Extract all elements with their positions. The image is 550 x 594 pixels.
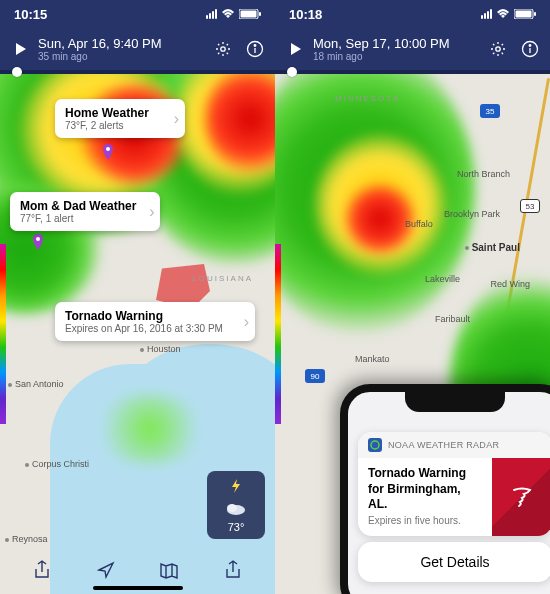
callout-title: Tornado Warning: [65, 309, 231, 323]
svg-point-11: [227, 504, 237, 512]
settings-icon[interactable]: [486, 37, 510, 61]
svg-rect-20: [368, 438, 382, 452]
share-icon[interactable]: [221, 558, 245, 582]
wifi-icon: [496, 7, 510, 22]
chevron-right-icon: ›: [244, 313, 249, 331]
status-time: 10:18: [289, 7, 322, 22]
highway-shield: 53: [520, 199, 540, 213]
signal-icon: [481, 9, 492, 19]
callout-title: Home Weather: [65, 106, 161, 120]
svg-marker-3: [16, 43, 26, 55]
city-label: Faribault: [435, 314, 470, 324]
notification-app-name: NOAA WEATHER RADAR: [388, 440, 499, 450]
right-screenshot: 10:18 Mon, Sep 17, 10:00 PM 18 min ago S…: [275, 0, 550, 594]
svg-rect-14: [534, 12, 536, 16]
status-bar: 10:15: [0, 0, 275, 28]
intensity-legend: [0, 244, 6, 424]
timestamp-sub: 35 min ago: [38, 51, 211, 62]
svg-rect-1: [241, 10, 257, 17]
lightning-icon: [227, 477, 245, 497]
callout-sub: 73°F, 2 alerts: [65, 120, 161, 131]
phone-frame: NOAA WEATHER RADAR Tornado Warning for B…: [340, 384, 550, 594]
timeline-knob[interactable]: [287, 67, 297, 77]
info-icon[interactable]: [518, 37, 542, 61]
svg-point-9: [36, 237, 40, 241]
interstate-shield: 35: [480, 104, 500, 118]
notification-header: NOAA WEATHER RADAR: [358, 432, 550, 458]
play-button[interactable]: [283, 36, 309, 62]
layers-icon[interactable]: [157, 558, 181, 582]
left-screenshot: 10:15 Sun, Apr 16, 9:40 PM 35 min ago: [0, 0, 275, 594]
settings-icon[interactable]: [211, 37, 235, 61]
state-label: LOUISIANA: [192, 274, 253, 283]
phone-notch: [405, 392, 505, 412]
tornado-icon: [492, 458, 550, 536]
state-label: MINNESOTA: [335, 94, 400, 103]
timeline-scrubber[interactable]: [0, 70, 275, 74]
city-label: Brooklyn Park: [444, 209, 500, 219]
svg-point-4: [221, 47, 225, 51]
timestamp-sub: 18 min ago: [313, 51, 486, 62]
radar-map[interactable]: Houston San Antonio Corpus Christi Reyno…: [0, 74, 275, 594]
cloud-icon: [225, 501, 247, 517]
map-pin-icon[interactable]: [100, 144, 116, 160]
home-indicator: [93, 586, 183, 590]
notification-subtitle: Expires in five hours.: [368, 515, 482, 526]
timestamp-display[interactable]: Mon, Sep 17, 10:00 PM 18 min ago: [309, 36, 486, 62]
current-conditions-box[interactable]: 73°: [207, 471, 265, 539]
city-label: Mankato: [355, 354, 390, 364]
app-icon: [368, 438, 382, 452]
svg-point-16: [496, 47, 500, 51]
city-label: Buffalo: [405, 219, 433, 229]
play-button[interactable]: [8, 36, 34, 62]
chevron-right-icon: ›: [174, 110, 179, 128]
city-label: Lakeville: [425, 274, 460, 284]
map-pin-icon[interactable]: [30, 234, 46, 250]
svg-marker-15: [291, 43, 301, 55]
intensity-legend: [275, 244, 281, 424]
precip-lightgreen: [90, 394, 210, 464]
battery-icon: [239, 7, 261, 22]
share-icon[interactable]: [30, 558, 54, 582]
callout-sub: 77°F, 1 alert: [20, 213, 136, 224]
notification-body: Tornado Warning for Birmingham, AL. Expi…: [358, 458, 550, 536]
city-label: North Branch: [457, 169, 510, 179]
interstate-shield: 90: [305, 369, 325, 383]
notification-phone-mock: NOAA WEATHER RADAR Tornado Warning for B…: [340, 384, 550, 594]
home-weather-callout[interactable]: Home Weather 73°F, 2 alerts ›: [55, 99, 185, 138]
city-label: Corpus Christi: [25, 459, 89, 469]
location-icon[interactable]: [94, 558, 118, 582]
svg-rect-13: [516, 10, 532, 17]
status-right: [481, 7, 536, 22]
timeline-scrubber[interactable]: [275, 70, 550, 74]
tornado-warning-callout[interactable]: Tornado Warning Expires on Apr 16, 2016 …: [55, 302, 255, 341]
callout-title: Mom & Dad Weather: [20, 199, 136, 213]
top-toolbar: Sun, Apr 16, 9:40 PM 35 min ago: [0, 28, 275, 70]
city-label: Houston: [140, 344, 181, 354]
temperature-value: 73°: [228, 521, 245, 533]
timeline-knob[interactable]: [12, 67, 22, 77]
status-time: 10:15: [14, 7, 47, 22]
svg-rect-2: [259, 12, 261, 16]
city-label: Saint Paul: [465, 242, 520, 253]
callout-sub: Expires on Apr 16, 2016 at 3:30 PM: [65, 323, 231, 334]
city-label: Reynosa: [5, 534, 48, 544]
svg-point-8: [106, 147, 110, 151]
signal-icon: [206, 9, 217, 19]
battery-icon: [514, 7, 536, 22]
info-icon[interactable]: [243, 37, 267, 61]
wifi-icon: [221, 7, 235, 22]
svg-point-7: [254, 45, 256, 47]
timestamp-title: Mon, Sep 17, 10:00 PM: [313, 36, 486, 51]
parents-weather-callout[interactable]: Mom & Dad Weather 77°F, 1 alert ›: [10, 192, 160, 231]
timestamp-display[interactable]: Sun, Apr 16, 9:40 PM 35 min ago: [34, 36, 211, 62]
chevron-right-icon: ›: [149, 203, 154, 221]
city-label: San Antonio: [8, 379, 64, 389]
timestamp-title: Sun, Apr 16, 9:40 PM: [38, 36, 211, 51]
notification-title: Tornado Warning for Birmingham, AL.: [368, 466, 482, 513]
svg-point-19: [529, 45, 531, 47]
get-details-button[interactable]: Get Details: [358, 542, 550, 582]
top-toolbar: Mon, Sep 17, 10:00 PM 18 min ago: [275, 28, 550, 70]
notification-card[interactable]: NOAA WEATHER RADAR Tornado Warning for B…: [358, 432, 550, 536]
city-label: Red Wing: [490, 279, 530, 289]
